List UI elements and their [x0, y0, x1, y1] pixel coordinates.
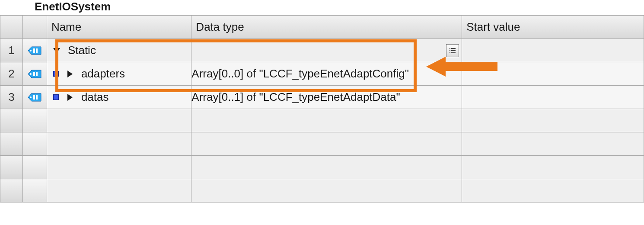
empty-cell[interactable]: [462, 132, 644, 156]
empty-cell[interactable]: [191, 109, 462, 132]
startvalue-cell[interactable]: [462, 86, 644, 109]
datatype-cell[interactable]: Array[0..1] of "LCCF_typeEnetAdaptData": [191, 86, 462, 109]
row-tag-icon-cell: [22, 86, 47, 109]
variable-table[interactable]: Name Data type Start value 1Static2adapt…: [0, 15, 644, 202]
member-bullet-icon: [53, 71, 59, 77]
row-tag-icon-cell: [22, 109, 47, 132]
row-tag-icon-cell: [22, 132, 47, 156]
tag-icon: [27, 46, 42, 55]
row-number: [0, 109, 23, 132]
row-tag-icon-cell: [22, 156, 47, 179]
table-header-row: Name Data type Start value: [0, 16, 644, 39]
svg-point-13: [30, 73, 32, 75]
tag-icon: [27, 93, 42, 102]
svg-rect-2: [36, 48, 38, 53]
datatype-cell[interactable]: [191, 39, 462, 62]
svg-rect-9: [451, 52, 456, 53]
tag-icon: [27, 69, 42, 79]
variable-name: adapters: [81, 67, 125, 80]
header-tagicon: [22, 16, 47, 39]
svg-point-17: [30, 96, 32, 98]
table-row[interactable]: 1Static: [0, 39, 644, 62]
row-number: [0, 179, 23, 202]
header-datatype[interactable]: Data type: [191, 16, 462, 39]
name-cell[interactable]: Static: [47, 39, 191, 62]
startvalue-cell[interactable]: [462, 62, 644, 86]
row-number[interactable]: 2: [0, 62, 23, 86]
svg-point-3: [30, 50, 32, 51]
table-row-empty[interactable]: [0, 132, 644, 156]
row-number[interactable]: 1: [0, 39, 23, 62]
table-row[interactable]: 3datasArray[0..1] of "LCCF_typeEnetAdapt…: [0, 86, 644, 109]
svg-rect-4: [450, 48, 450, 49]
svg-rect-8: [450, 52, 450, 53]
row-number: [0, 156, 23, 179]
svg-rect-11: [33, 72, 35, 76]
expand-icon[interactable]: [67, 71, 73, 77]
svg-rect-6: [450, 50, 450, 51]
empty-cell[interactable]: [462, 179, 644, 202]
svg-rect-15: [33, 95, 35, 100]
row-number: [0, 132, 23, 156]
row-tag-icon-cell: [22, 39, 47, 62]
startvalue-cell[interactable]: [462, 39, 644, 62]
table-row[interactable]: 2adaptersArray[0..0] of "LCCF_typeEnetAd…: [0, 62, 644, 86]
header-name[interactable]: Name: [47, 16, 191, 39]
empty-cell[interactable]: [191, 132, 462, 156]
datatype-cell[interactable]: Array[0..0] of "LCCF_typeEnetAdaptConfig…: [191, 62, 462, 86]
list-icon: [449, 47, 456, 54]
name-cell[interactable]: datas: [47, 86, 191, 109]
datatype-text: Array[0..0] of "LCCF_typeEnetAdaptConfig…: [191, 67, 409, 80]
svg-rect-1: [33, 48, 35, 53]
empty-cell[interactable]: [47, 156, 191, 179]
row-tag-icon-cell: [22, 62, 47, 86]
svg-rect-12: [36, 72, 38, 76]
header-startvalue[interactable]: Start value: [462, 16, 644, 39]
expand-icon[interactable]: [67, 94, 73, 101]
svg-rect-16: [36, 95, 38, 100]
row-tag-icon-cell: [22, 179, 47, 202]
empty-cell[interactable]: [462, 156, 644, 179]
header-rownum: [0, 16, 23, 39]
table-row-empty[interactable]: [0, 109, 644, 132]
empty-cell[interactable]: [47, 109, 191, 132]
empty-cell[interactable]: [47, 179, 191, 202]
block-title: EnetIOSystem: [35, 0, 111, 13]
variable-name: datas: [81, 90, 109, 104]
empty-cell[interactable]: [191, 179, 462, 202]
table-row-empty[interactable]: [0, 156, 644, 179]
row-number[interactable]: 3: [0, 86, 23, 109]
empty-cell[interactable]: [47, 132, 191, 156]
datatype-text: Array[0..1] of "LCCF_typeEnetAdaptData": [191, 90, 400, 103]
variable-name: Static: [68, 44, 96, 57]
empty-cell[interactable]: [462, 109, 644, 132]
collapse-icon[interactable]: [53, 48, 60, 53]
name-cell[interactable]: adapters: [47, 62, 191, 86]
member-bullet-icon: [53, 94, 59, 100]
svg-rect-7: [451, 50, 456, 51]
table-row-empty[interactable]: [0, 179, 644, 202]
datatype-picker-button[interactable]: [446, 44, 459, 57]
svg-rect-5: [451, 48, 456, 49]
empty-cell[interactable]: [191, 156, 462, 179]
